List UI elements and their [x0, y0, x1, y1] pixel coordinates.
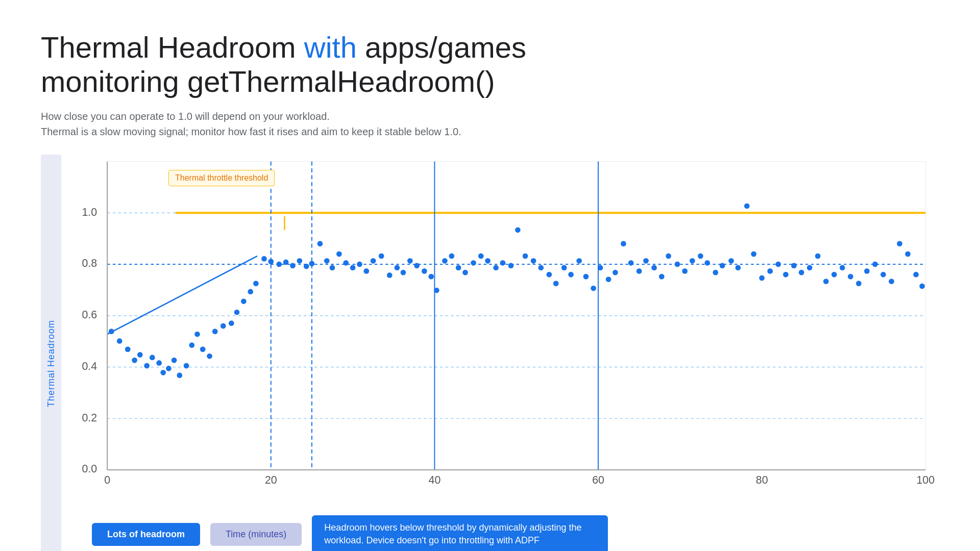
svg-point-129 [856, 281, 862, 287]
svg-point-89 [547, 272, 552, 278]
svg-point-39 [194, 332, 200, 337]
svg-point-55 [304, 264, 309, 269]
svg-point-75 [442, 258, 448, 264]
svg-text:0: 0 [104, 474, 110, 486]
bottom-labels: Lots of headroom Time (minutes) Headroom… [66, 515, 608, 551]
svg-point-102 [643, 258, 649, 264]
svg-point-58 [324, 258, 330, 264]
title-part1: Thermal Headroom [41, 31, 304, 64]
chart-svg: 0.0 0.2 0.4 0.6 0.8 1.0 0 20 40 60 80 10… [66, 155, 939, 511]
svg-text:0.6: 0.6 [82, 309, 97, 321]
svg-point-121 [791, 263, 797, 269]
lots-of-headroom-label: Lots of headroom [92, 523, 200, 546]
headroom-label: Headroom hovers below threshold by dynam… [312, 515, 608, 551]
svg-point-78 [462, 270, 468, 276]
svg-point-46 [241, 299, 247, 305]
svg-point-118 [767, 268, 773, 274]
svg-text:0.0: 0.0 [82, 463, 97, 475]
title-line2: monitoring getThermalHeadroom() [41, 65, 495, 98]
svg-point-63 [357, 262, 362, 267]
svg-text:40: 40 [429, 474, 441, 486]
svg-point-52 [283, 260, 289, 265]
svg-point-82 [493, 265, 499, 271]
svg-point-69 [401, 270, 406, 276]
svg-point-113 [728, 258, 734, 264]
svg-point-104 [659, 274, 665, 280]
svg-point-80 [478, 254, 484, 259]
svg-point-101 [636, 268, 642, 274]
thermal-throttle-tooltip: Thermal throttle threshold [168, 170, 275, 186]
svg-point-45 [234, 310, 240, 315]
svg-point-108 [690, 258, 695, 264]
svg-point-126 [831, 272, 837, 278]
svg-point-125 [823, 279, 829, 285]
subtitle-line2: Thermal is a slow moving signal; monitor… [41, 124, 939, 139]
svg-point-94 [583, 274, 589, 280]
svg-point-40 [200, 347, 206, 353]
svg-point-42 [212, 329, 218, 335]
page-title: Thermal Headroom with apps/games monitor… [41, 31, 939, 98]
svg-point-83 [500, 260, 506, 266]
svg-point-91 [561, 265, 567, 271]
svg-point-72 [422, 268, 427, 274]
svg-point-84 [508, 263, 514, 269]
svg-point-135 [905, 252, 911, 257]
svg-point-88 [538, 265, 544, 271]
svg-point-48 [253, 281, 259, 287]
svg-point-70 [407, 258, 413, 264]
svg-point-61 [343, 260, 349, 266]
svg-point-111 [713, 270, 718, 276]
svg-point-47 [248, 289, 253, 295]
svg-point-136 [913, 272, 919, 278]
svg-text:0.4: 0.4 [82, 360, 97, 372]
svg-point-137 [919, 284, 925, 289]
footer-row: Lots of headroom Time (minutes) Headroom… [66, 515, 939, 551]
svg-point-128 [848, 274, 853, 280]
svg-text:80: 80 [756, 474, 768, 486]
subtitle-line1: How close you can operate to 1.0 will de… [41, 109, 939, 124]
svg-point-97 [606, 277, 611, 283]
svg-text:20: 20 [265, 474, 277, 486]
svg-point-34 [166, 366, 172, 371]
svg-point-110 [704, 260, 710, 266]
svg-point-120 [783, 272, 789, 278]
svg-point-37 [184, 363, 189, 369]
svg-point-114 [736, 265, 741, 271]
svg-point-65 [371, 258, 376, 264]
svg-point-124 [815, 254, 821, 259]
svg-point-127 [840, 265, 845, 271]
svg-point-32 [156, 360, 162, 366]
svg-point-98 [612, 270, 618, 276]
svg-point-44 [229, 321, 234, 327]
svg-point-85 [515, 228, 521, 233]
svg-point-71 [414, 263, 420, 269]
svg-point-123 [807, 265, 813, 271]
svg-point-31 [150, 355, 155, 361]
svg-point-25 [109, 329, 114, 335]
svg-point-112 [720, 263, 725, 269]
svg-point-87 [531, 258, 536, 264]
svg-point-67 [387, 272, 393, 278]
title-part2: apps/games [357, 31, 526, 64]
svg-point-59 [330, 265, 335, 271]
svg-point-92 [568, 272, 574, 278]
svg-point-90 [553, 281, 559, 287]
svg-point-132 [880, 272, 886, 278]
svg-text:100: 100 [916, 474, 935, 486]
svg-point-79 [471, 260, 476, 266]
svg-point-100 [628, 260, 634, 266]
svg-point-50 [268, 259, 274, 265]
svg-point-131 [872, 262, 878, 267]
chart-area: Thermal Headroom Thermal throttle thresh… [41, 155, 939, 551]
svg-point-54 [297, 258, 303, 264]
svg-point-74 [434, 288, 439, 293]
svg-text:1.0: 1.0 [82, 206, 97, 218]
svg-point-96 [598, 265, 603, 271]
svg-point-64 [363, 268, 369, 274]
svg-point-36 [177, 373, 182, 379]
svg-point-133 [889, 279, 894, 285]
svg-point-49 [261, 256, 267, 262]
svg-point-73 [428, 274, 434, 280]
svg-point-134 [897, 241, 902, 247]
svg-point-27 [125, 347, 131, 353]
